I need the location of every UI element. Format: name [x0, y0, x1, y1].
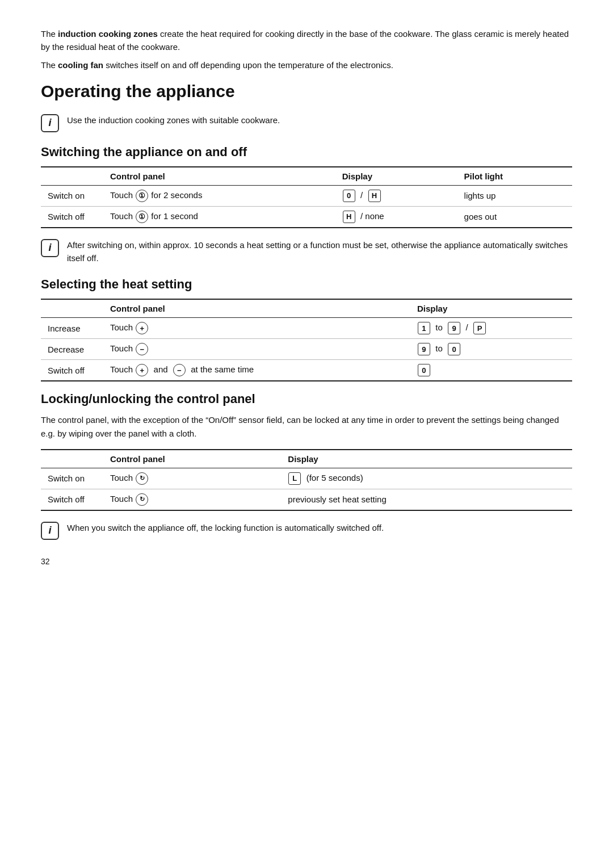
display-sym-0: 0	[343, 190, 355, 202]
lock-on-control: Touch ↻	[103, 468, 281, 489]
display-9: 9	[448, 322, 460, 334]
table-row: Switch on Touch ① for 2 seconds 0 / H li…	[41, 185, 572, 206]
locking-col-display: Display	[281, 450, 572, 468]
switch-off-display: H / none	[335, 206, 457, 228]
locking-section: Locking/unlocking the control panel The …	[41, 392, 572, 511]
switching-section: Switching the appliance on and off Contr…	[41, 145, 572, 228]
info-block-2: i After switching on, within approx. 10 …	[41, 238, 572, 265]
intro-paragraph1: The induction cooking zones create the h…	[41, 27, 572, 54]
lock-symbol-off: ↻	[136, 493, 148, 506]
heat-col-display: Display	[410, 299, 572, 318]
table-row: Switch on Touch ↻ L (for 5 seconds)	[41, 468, 572, 489]
heat-table: Control panel Display Increase Touch + 1…	[41, 299, 572, 381]
display-1: 1	[418, 322, 430, 334]
table-row: Switch off Touch + and − at the same tim…	[41, 360, 572, 381]
locking-col-empty	[41, 450, 103, 468]
info-block-3: i When you switch the appliance off, the…	[41, 521, 572, 540]
intro-paragraph2: The cooling fan switches itself on and o…	[41, 58, 572, 72]
lock-off-control: Touch ↻	[103, 489, 281, 510]
info-icon-3: i	[41, 522, 59, 540]
power-symbol: ①	[136, 190, 148, 202]
heat-section: Selecting the heat setting Control panel…	[41, 277, 572, 381]
info-icon-2: i	[41, 239, 59, 257]
display-9b: 9	[418, 343, 430, 355]
switch-on-pilot: lights up	[457, 185, 572, 206]
decrease-display: 9 to 0	[410, 339, 572, 360]
switching-col-control: Control panel	[103, 167, 335, 186]
locking-col-control: Control panel	[103, 450, 281, 468]
switching-col-empty	[41, 167, 103, 186]
main-section-title: Operating the appliance	[41, 82, 572, 101]
switching-col-display: Display	[335, 167, 457, 186]
table-row: Switch off Touch ↻ previously set heat s…	[41, 489, 572, 510]
increase-label: Increase	[41, 318, 103, 339]
increase-display: 1 to 9 / P	[410, 318, 572, 339]
info-text-2: After switching on, within approx. 10 se…	[67, 238, 572, 265]
switch-off-label: Switch off	[41, 206, 103, 228]
locking-title: Locking/unlocking the control panel	[41, 392, 572, 406]
display-sym-h2: H	[343, 211, 355, 223]
power-symbol-2: ①	[136, 211, 148, 223]
table-row: Switch off Touch ① for 1 second H / none…	[41, 206, 572, 228]
display-0b: 0	[448, 343, 460, 355]
info-text-1: Use the induction cooking zones with sui…	[67, 114, 280, 127]
switching-col-pilot: Pilot light	[457, 167, 572, 186]
heat-col-control: Control panel	[103, 299, 410, 318]
lock-symbol-on: ↻	[136, 472, 148, 485]
display-0c: 0	[418, 364, 430, 376]
plus-symbol: +	[136, 322, 148, 334]
switch-off-heat-label: Switch off	[41, 360, 103, 381]
info-text-3: When you switch the appliance off, the l…	[67, 521, 384, 534]
switch-on-label: Switch on	[41, 185, 103, 206]
lock-on-label: Switch on	[41, 468, 103, 489]
minus-symbol: −	[136, 343, 148, 355]
locking-table: Control panel Display Switch on Touch ↻ …	[41, 449, 572, 511]
switch-off-heat-display: 0	[410, 360, 572, 381]
decrease-label: Decrease	[41, 339, 103, 360]
lock-off-label: Switch off	[41, 489, 103, 510]
switch-on-display: 0 / H	[335, 185, 457, 206]
heat-col-empty	[41, 299, 103, 318]
heat-title: Selecting the heat setting	[41, 277, 572, 292]
lock-off-display: previously set heat setting	[281, 489, 572, 510]
minus-symbol-2: −	[173, 364, 186, 376]
locking-description: The control panel, with the exception of…	[41, 413, 572, 440]
switch-off-control: Touch ① for 1 second	[103, 206, 335, 228]
display-p: P	[473, 322, 486, 334]
decrease-control: Touch −	[103, 339, 410, 360]
info-block-1: i Use the induction cooking zones with s…	[41, 114, 572, 132]
switching-table: Control panel Display Pilot light Switch…	[41, 166, 572, 228]
switch-off-heat-control: Touch + and − at the same time	[103, 360, 410, 381]
switching-title: Switching the appliance on and off	[41, 145, 572, 160]
plus-symbol-2: +	[136, 364, 148, 376]
switch-off-pilot: goes out	[457, 206, 572, 228]
display-l: L	[288, 472, 301, 485]
intro-section: The induction cooking zones create the h…	[41, 27, 572, 72]
switch-on-control: Touch ① for 2 seconds	[103, 185, 335, 206]
table-row: Increase Touch + 1 to 9 / P	[41, 318, 572, 339]
increase-control: Touch +	[103, 318, 410, 339]
table-row: Decrease Touch − 9 to 0	[41, 339, 572, 360]
lock-on-display: L (for 5 seconds)	[281, 468, 572, 489]
info-icon-1: i	[41, 114, 59, 132]
page-number: 32	[41, 557, 572, 566]
display-sym-h: H	[368, 190, 381, 202]
